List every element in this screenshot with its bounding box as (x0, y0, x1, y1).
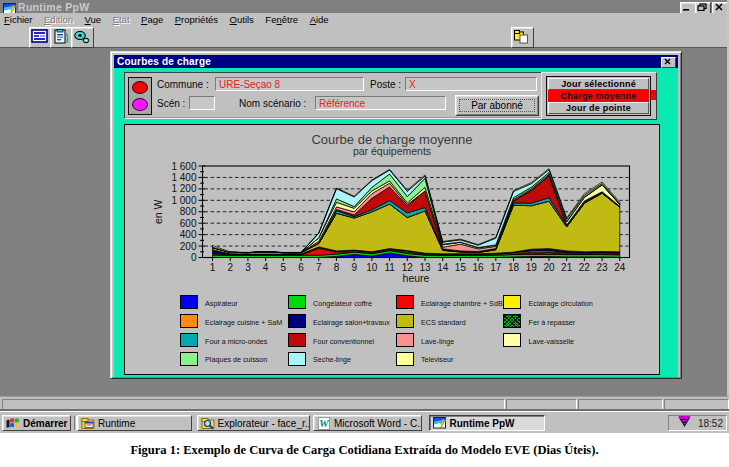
legend-label: Fer à repasser (529, 318, 576, 327)
legend-swatch (396, 295, 414, 309)
legend-label: Lave-vaisselle (529, 337, 575, 346)
taskbar-button-runtime-ppw[interactable]: Runtime PpW (429, 415, 546, 431)
svg-text:20: 20 (543, 261, 555, 272)
svg-text:11: 11 (384, 261, 395, 272)
report-icon[interactable] (50, 27, 73, 48)
screenshot-stage: Runtime PpW FichierEditionVueEtatPagePro… (0, 0, 729, 467)
legend-swatch (503, 295, 521, 309)
svg-text:0: 0 (191, 252, 197, 263)
legend-swatch (180, 295, 198, 309)
svg-text:6: 6 (298, 261, 304, 272)
legend-swatch (503, 314, 521, 328)
day-button-charge-moyenne[interactable]: Charge moyenne (548, 90, 649, 102)
svg-text:8: 8 (334, 261, 340, 272)
dialog-close-icon[interactable] (661, 57, 676, 68)
nom-scenario-field[interactable]: Référence (315, 96, 446, 110)
legend-label: Lave-linge (421, 337, 454, 346)
scen-field[interactable] (189, 96, 215, 110)
legend-swatch (180, 333, 198, 347)
day-buttons: Jour sélectionnéCharge moyenneJour de po… (546, 76, 651, 116)
legend-swatch (288, 352, 306, 366)
taskbar-button-microsoft-word-c[interactable]: WMicrosoft Word - C... (313, 415, 422, 431)
poste-field[interactable]: X (405, 77, 537, 91)
commune-label: Commune : (157, 79, 209, 90)
legend-label: Eclairage cuisine + SaM (205, 318, 282, 327)
courbes-de-charge-dialog: Courbes de charge Commune : URE-Seçao 8 … (110, 51, 682, 379)
legend-swatch (396, 352, 414, 366)
red-nub (651, 90, 656, 100)
svg-text:2: 2 (227, 261, 233, 272)
legend-label: Aspirateur (205, 299, 238, 308)
runtime-ppw-icon (433, 417, 447, 430)
svg-text:18: 18 (508, 261, 520, 272)
runtime-folder-icon (81, 417, 95, 430)
table-icon[interactable] (29, 27, 52, 48)
dialog-title: Courbes de charge (117, 56, 211, 67)
taskbar-button-runtime[interactable]: Runtime (77, 415, 192, 431)
svg-text:1 000: 1 000 (171, 194, 196, 205)
legend-label: Seche-linge (313, 355, 351, 364)
menu-item-vue[interactable]: Vue (85, 14, 102, 25)
svg-text:14: 14 (437, 261, 449, 272)
svg-text:1 400: 1 400 (171, 171, 196, 182)
day-button-jour-selectionne[interactable]: Jour sélectionné (548, 78, 649, 90)
svg-text:21: 21 (561, 261, 573, 272)
legend-label: Eclairage salon+travaux (313, 318, 390, 327)
taskbar-button-explorateur-face-r[interactable]: Explorateur - face_r... (197, 415, 310, 431)
gears-icon[interactable] (71, 27, 94, 48)
svg-text:24: 24 (614, 261, 626, 272)
svg-text:7: 7 (316, 261, 322, 272)
menu-item-etat: Etat (113, 14, 130, 25)
svg-text:W: W (319, 417, 330, 429)
poste-label: Poste : (370, 79, 401, 90)
legend-label: Four conventionnel (313, 337, 374, 346)
menu-item-outils[interactable]: Outils (230, 14, 254, 25)
commune-field[interactable]: URE-Seçao 8 (215, 77, 364, 91)
legend-label: ECS standard (421, 318, 466, 327)
svg-text:800: 800 (180, 206, 197, 217)
system-tray: 18:52 (668, 415, 727, 431)
windows-logo-icon (6, 417, 20, 430)
svg-text:4: 4 (263, 261, 269, 272)
menu-item-proprietes[interactable]: Propriétés (175, 14, 218, 25)
legend-swatch (288, 295, 306, 309)
start-button[interactable]: Démarrer (2, 415, 71, 431)
start-label: Démarrer (23, 418, 67, 429)
legend-swatch (288, 333, 306, 347)
chart-panel: Courbe de charge moyenne par équipements… (124, 124, 660, 375)
svg-text:22: 22 (579, 261, 591, 272)
svg-text:1: 1 (210, 261, 216, 272)
indicator-box (128, 77, 152, 115)
dialog-titlebar[interactable]: Courbes de charge (114, 55, 678, 68)
menu-item-fichier[interactable]: Fichier (4, 14, 33, 25)
taskbar-button-label: Runtime (98, 418, 135, 429)
fields-panel: Commune : URE-Seçao 8 Poste : X Scén : N… (124, 72, 545, 119)
svg-text:19: 19 (526, 261, 538, 272)
menu-item-aide[interactable]: Aide (310, 14, 329, 25)
taskbar-button-label: Runtime PpW (450, 418, 515, 429)
copy-page-icon[interactable] (511, 27, 534, 48)
day-button-jour-de-pointe[interactable]: Jour de pointe (548, 102, 649, 114)
day-button-group: Jour sélectionnéCharge moyenneJour de po… (541, 72, 657, 120)
svg-text:13: 13 (419, 261, 431, 272)
legend-swatch (396, 333, 414, 347)
legend-label: Eclairage chambre + SdB (421, 299, 503, 308)
par-abonne-button[interactable]: Par abonné (455, 95, 539, 116)
purple-triangle-icon[interactable] (677, 414, 692, 432)
dialog-content: Commune : URE-Seçao 8 Poste : X Scén : N… (114, 68, 678, 377)
menu-item-fenetre[interactable]: Fenêtre (265, 14, 298, 25)
status-bar (0, 396, 729, 411)
menu-item-page[interactable]: Page (141, 14, 163, 25)
window-titlebar: Runtime PpW (0, 0, 729, 13)
scen-label: Scén : (157, 98, 185, 109)
explorer-icon (201, 417, 215, 430)
figure-caption: Figura 1: Exemplo de Curva de Carga Coti… (0, 443, 729, 458)
svg-text:1 600: 1 600 (171, 160, 196, 171)
legend-swatch (503, 333, 521, 347)
legend-label: Televiseur (421, 355, 453, 364)
legend-label: Congelateur coffre (313, 299, 372, 308)
svg-text:12: 12 (402, 261, 414, 272)
svg-text:200: 200 (180, 240, 197, 251)
clock: 18:52 (698, 418, 723, 429)
menu-item-edition: Edition (44, 14, 73, 25)
